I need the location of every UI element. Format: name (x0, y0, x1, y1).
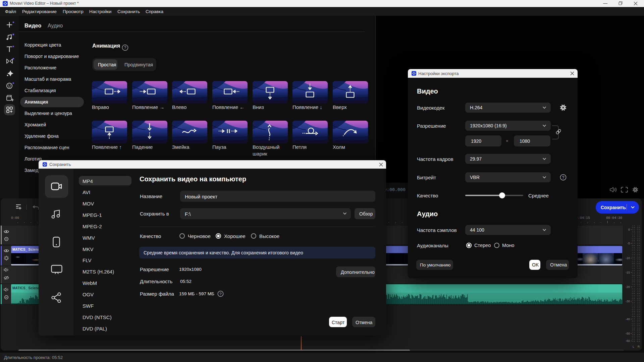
svg-text:?: ? (124, 45, 126, 50)
svg-text:?: ? (562, 175, 565, 180)
svg-text:?: ? (219, 292, 221, 296)
